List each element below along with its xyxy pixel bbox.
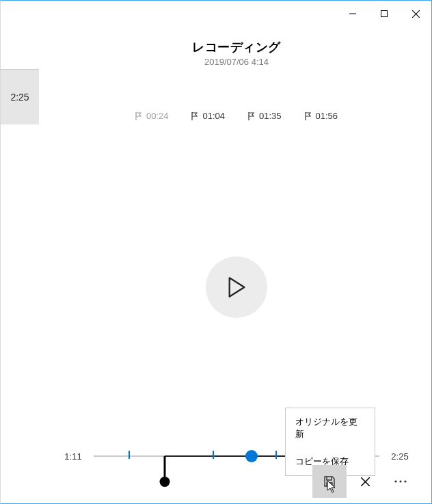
play-button[interactable]: [206, 256, 267, 318]
play-icon: [227, 276, 246, 298]
svg-point-8: [404, 480, 406, 482]
timeline-end-label: 2:25: [386, 451, 414, 462]
timeline-tick: [213, 451, 214, 459]
timeline-trim-start-handle[interactable]: [159, 477, 170, 487]
marker-item[interactable]: 01:56: [305, 111, 338, 121]
recording-title: レコーディング: [42, 39, 431, 55]
markers-row: 00:24 01:04 01:35 01:56: [42, 111, 431, 121]
flag-icon: [305, 112, 312, 120]
timeline-playhead[interactable]: [245, 450, 258, 462]
titlebar: [337, 1, 431, 27]
close-button[interactable]: [400, 1, 431, 26]
flag-icon: [191, 112, 199, 120]
timeline-tick: [129, 451, 130, 459]
minimize-button[interactable]: [337, 1, 368, 26]
svg-rect-1: [381, 11, 388, 17]
marker-label: 00:24: [146, 111, 169, 121]
more-button[interactable]: [383, 465, 418, 498]
recording-date: 2019/07/06 4:14: [42, 57, 431, 67]
svg-point-7: [399, 480, 401, 482]
timeline-trim-start-stem: [163, 456, 165, 477]
recording-thumbnail[interactable]: 2:25: [1, 70, 39, 124]
flag-icon: [135, 112, 143, 120]
cancel-button[interactable]: [348, 465, 382, 498]
app-window: 2:25 レコーディング 2019/07/06 4:14 00:24 01:04: [0, 0, 432, 504]
recording-header: レコーディング 2019/07/06 4:14: [42, 39, 431, 67]
play-area: [206, 256, 267, 318]
marker-item[interactable]: 00:24: [135, 111, 169, 121]
marker-label: 01:04: [202, 111, 225, 121]
save-icon: [323, 475, 336, 488]
ellipsis-icon: [394, 480, 407, 483]
marker-label: 01:56: [316, 111, 338, 121]
timeline-start-label: 1:11: [59, 451, 87, 462]
save-button[interactable]: [312, 465, 347, 498]
popup-item-update-original[interactable]: オリジナルを更新: [286, 408, 375, 448]
svg-point-6: [394, 480, 396, 482]
timeline-tick: [275, 451, 277, 459]
recording-list-sidebar: 2:25: [1, 69, 39, 124]
bottom-toolbar: [312, 465, 418, 498]
marker-item[interactable]: 01:04: [191, 111, 225, 121]
maximize-button[interactable]: [368, 1, 400, 26]
marker-item[interactable]: 01:35: [248, 111, 282, 121]
close-icon: [361, 477, 370, 486]
flag-icon: [248, 112, 256, 120]
marker-label: 01:35: [259, 111, 282, 121]
thumbnail-duration: 2:25: [10, 92, 29, 103]
